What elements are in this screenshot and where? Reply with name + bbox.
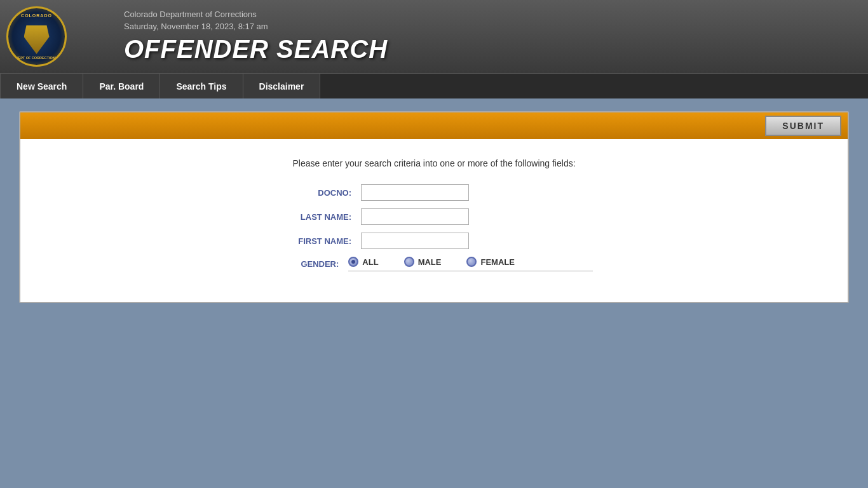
- last-name-input[interactable]: [361, 208, 469, 225]
- gender-label: GENDER:: [275, 259, 339, 269]
- page-title: OFFENDER SEARCH: [124, 35, 862, 64]
- header-text: Colorado Department of Corrections Satur…: [124, 10, 862, 64]
- docno-input[interactable]: [361, 184, 469, 201]
- logo-area: COLORADO DEPT OF CORRECTIONS: [6, 6, 114, 67]
- gender-male-label: MALE: [418, 257, 442, 267]
- submit-button[interactable]: SUBMIT: [765, 116, 841, 136]
- first-name-label: FIRST NAME:: [275, 236, 351, 246]
- gender-female-label: FEMALE: [480, 257, 514, 267]
- gender-female-option[interactable]: FEMALE: [466, 257, 514, 267]
- search-body: Please enter your search criteria into o…: [20, 139, 848, 302]
- gender-male-radio[interactable]: [404, 257, 414, 267]
- main-content: SUBMIT Please enter your search criteria…: [0, 98, 868, 316]
- dept-name: Colorado Department of Corrections: [124, 10, 862, 19]
- last-name-row: LAST NAME:: [275, 208, 593, 225]
- gender-male-option[interactable]: MALE: [404, 257, 442, 267]
- gender-female-radio[interactable]: [466, 257, 477, 267]
- nav-item-par-board[interactable]: Par. Board: [83, 74, 160, 98]
- page-header: COLORADO DEPT OF CORRECTIONS Colorado De…: [0, 0, 868, 73]
- colorado-seal: COLORADO DEPT OF CORRECTIONS: [6, 6, 67, 67]
- nav-item-disclaimer[interactable]: Disclaimer: [243, 74, 321, 98]
- logo-colorado-text: COLORADO: [21, 13, 52, 18]
- last-name-label: LAST NAME:: [275, 212, 351, 222]
- first-name-input[interactable]: [361, 233, 469, 249]
- gender-options: ALL MALE FEMALE: [348, 257, 593, 271]
- logo-dept-text: DEPT OF CORRECTIONS: [15, 56, 57, 60]
- nav-item-search-tips[interactable]: Search Tips: [160, 74, 243, 98]
- search-box: SUBMIT Please enter your search criteria…: [19, 111, 849, 303]
- datetime: Saturday, November 18, 2023, 8:17 am: [124, 22, 862, 31]
- navbar: New SearchPar. BoardSearch TipsDisclaime…: [0, 73, 868, 98]
- gender-all-radio[interactable]: [348, 257, 358, 267]
- gender-all-label: ALL: [362, 257, 378, 267]
- search-header: SUBMIT: [20, 112, 848, 139]
- search-instructions: Please enter your search criteria into o…: [33, 158, 835, 168]
- gender-all-option[interactable]: ALL: [348, 257, 378, 267]
- gender-row: GENDER: ALL MALE FEMALE: [275, 257, 593, 271]
- form-area: DOCNO: LAST NAME: FIRST NAME: GENDER:: [33, 184, 835, 276]
- first-name-row: FIRST NAME:: [275, 233, 593, 249]
- logo-shield: [24, 25, 50, 54]
- nav-item-new-search[interactable]: New Search: [0, 74, 83, 98]
- docno-label: DOCNO:: [275, 188, 351, 198]
- docno-row: DOCNO:: [275, 184, 593, 201]
